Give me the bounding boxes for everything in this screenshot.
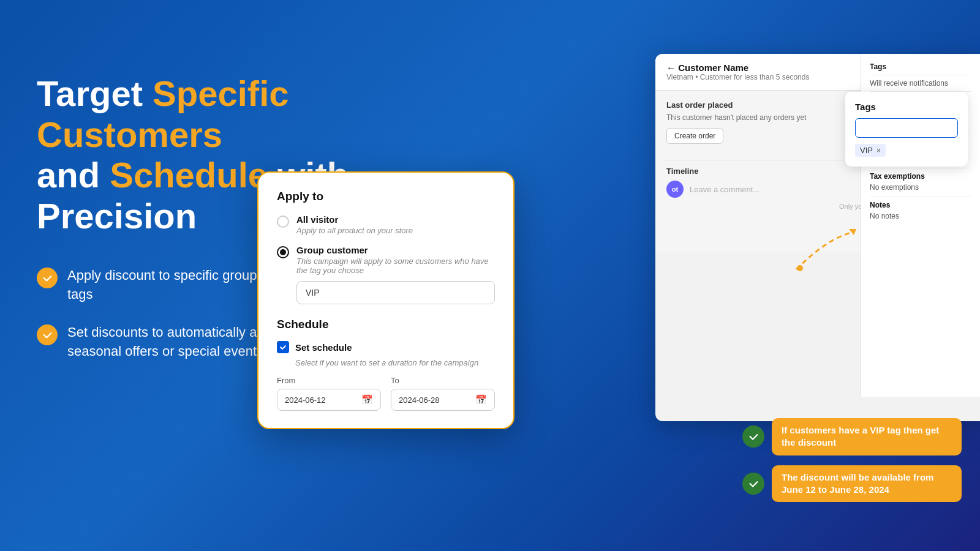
vip-tag-input[interactable] [296, 281, 495, 304]
sidebar-notes-value: No notes [870, 212, 971, 220]
crm-create-order-btn[interactable]: Create order [666, 128, 723, 144]
schedule-desc: Select if you want to set a duration for… [295, 358, 495, 367]
svg-marker-0 [849, 229, 856, 235]
to-label: To [391, 376, 495, 385]
crm-avatar: ot [666, 181, 684, 198]
sidebar-notes-title: Notes [870, 201, 971, 209]
calendar-from-icon: 📅 [361, 394, 373, 405]
sidebar-tax-title: Tax exemptions [870, 172, 971, 181]
vip-badge: VIP × [855, 144, 886, 157]
sidebar-will-receive: Will receive notifications [870, 79, 971, 88]
tags-popup-title: Tags [855, 102, 958, 112]
bubble-text-1: If customers have a VIP tag then get the… [772, 418, 962, 455]
svg-point-1 [797, 265, 803, 271]
info-bubble-1: If customers have a VIP tag then get the… [742, 418, 962, 455]
from-date-group: From 2024-06-12 📅 [277, 376, 381, 411]
apply-section-title: Apply to [277, 190, 495, 203]
radio-all-desc: Apply to all product on your store [296, 226, 413, 235]
vip-tag-text: VIP [860, 146, 873, 155]
radio-group: All visitor Apply to all product on your… [277, 214, 495, 304]
bubble-text-2: The discount will be available from June… [772, 465, 962, 503]
to-date-input[interactable]: 2024-06-28 📅 [391, 389, 495, 411]
from-label: From [277, 376, 381, 385]
set-schedule-label: Set schedule [295, 342, 352, 353]
radio-group-desc: This campaign will apply to some custome… [296, 257, 495, 275]
from-date-input[interactable]: 2024-06-12 📅 [277, 389, 381, 411]
heading-line3: Precision [37, 196, 197, 236]
tags-popup: Tags VIP × [845, 92, 968, 167]
crm-customer-name: ← Customer Name [666, 62, 809, 73]
apply-card: Apply to All visitor Apply to all produc… [257, 171, 514, 429]
bubble-check-2 [742, 473, 764, 495]
date-row: From 2024-06-12 📅 To 2024-06-28 📅 [277, 376, 495, 411]
vip-tag-remove[interactable]: × [876, 146, 881, 155]
calendar-to-icon: 📅 [475, 394, 487, 405]
tag-input-row [296, 281, 495, 304]
info-bubble-2: The discount will be available from June… [742, 465, 962, 503]
radio-all-visitor-content: All visitor Apply to all product on your… [296, 214, 413, 235]
feature-check-1 [37, 268, 58, 288]
to-date-value: 2024-06-28 [399, 395, 440, 405]
radio-group-label: Group customer [296, 245, 495, 255]
sidebar-tags-title: Tags [870, 62, 971, 71]
radio-group-content: Group customer This campaign will apply … [296, 245, 495, 304]
feature-check-2 [37, 324, 58, 345]
radio-group-customer[interactable]: Group customer This campaign will apply … [277, 245, 495, 304]
bubble-check-1 [742, 425, 764, 448]
set-schedule-row[interactable]: Set schedule [277, 341, 495, 353]
radio-all-visitor[interactable]: All visitor Apply to all product on your… [277, 214, 495, 235]
crm-comment-placeholder[interactable]: Leave a comment... [690, 185, 760, 194]
heading-line1: Target Specific Customers [37, 73, 289, 154]
set-schedule-checkbox[interactable] [277, 341, 289, 353]
radio-all-visitor-circle[interactable] [277, 216, 289, 228]
tags-input[interactable] [855, 118, 958, 138]
dashed-arrow-decoration [790, 227, 864, 276]
info-bubbles: If customers have a VIP tag then get the… [742, 418, 962, 502]
schedule-title: Schedule [277, 318, 495, 331]
from-date-value: 2024-06-12 [285, 395, 326, 405]
radio-all-label: All visitor [296, 214, 413, 225]
crm-order-value: This customer hasn't placed any orders y… [666, 113, 806, 122]
to-date-group: To 2024-06-28 📅 [391, 376, 495, 411]
radio-group-circle[interactable] [277, 246, 289, 258]
heading-highlight-2: Schedule [110, 155, 268, 195]
sidebar-tax-value: No exemptions [870, 183, 971, 192]
heading-highlight-1: Specific Customers [37, 73, 289, 154]
crm-subtitle: Vietnam • Customer for less than 5 secon… [666, 73, 809, 81]
